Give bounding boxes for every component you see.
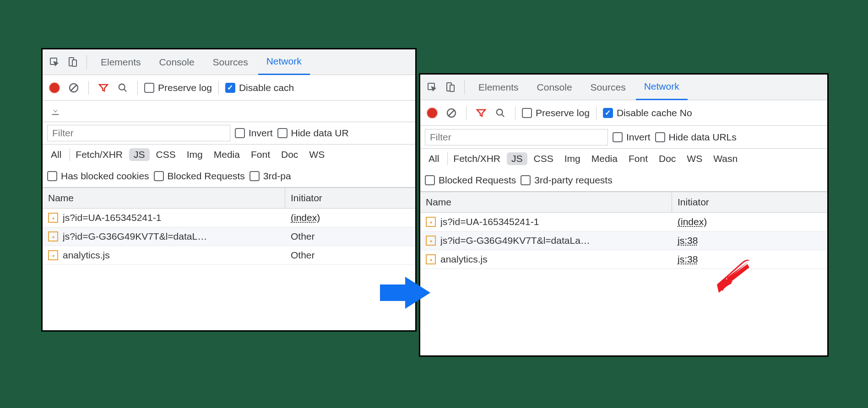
tab-sources[interactable]: Sources xyxy=(205,49,256,75)
chip-doc[interactable]: Doc xyxy=(277,148,303,161)
record-button[interactable] xyxy=(46,80,63,96)
col-name[interactable]: Name xyxy=(43,188,285,208)
col-initiator[interactable]: Initiator xyxy=(285,188,415,208)
chip-wasm[interactable]: Wasn xyxy=(709,152,742,165)
filter-input[interactable] xyxy=(47,125,230,141)
table-row[interactable]: js?id=G-G36G49KV7T&l=dataLa…js:38 xyxy=(420,231,827,250)
record-button[interactable] xyxy=(424,105,440,121)
js-file-icon xyxy=(48,213,58,223)
devtools-tabbar: Elements Console Sources Network xyxy=(43,49,415,75)
network-toolbar: Preserve log Disable cache No xyxy=(420,100,827,126)
chip-font[interactable]: Font xyxy=(624,152,652,165)
tab-sources[interactable]: Sources xyxy=(582,75,634,100)
inspect-element-icon[interactable] xyxy=(46,54,63,70)
hide-data-urls-checkbox[interactable]: Hide data URLs xyxy=(655,132,737,143)
svg-line-6 xyxy=(124,89,127,91)
blocked-requests-checkbox[interactable]: Blocked Requests xyxy=(154,171,245,182)
chip-img[interactable]: Img xyxy=(560,152,585,165)
js-file-icon xyxy=(48,250,58,260)
device-toolbar-icon[interactable] xyxy=(65,54,81,70)
request-name: analytics.js xyxy=(63,250,110,261)
initiator-value[interactable]: (index) xyxy=(678,216,707,227)
table-row[interactable]: js?id=G-G36G49KV7T&l=dataL…Other xyxy=(43,227,415,246)
chip-img[interactable]: Img xyxy=(182,148,207,161)
separator xyxy=(466,106,467,120)
cell-name: js?id=UA-165345241-1 xyxy=(420,213,672,231)
blocked-requests-checkbox[interactable]: Blocked Requests xyxy=(425,175,516,186)
network-table: Name Initiator js?id=UA-165345241-1(inde… xyxy=(43,188,415,265)
third-party-checkbox[interactable]: 3rd-party requests xyxy=(521,175,612,186)
separator xyxy=(596,106,597,120)
tab-elements[interactable]: Elements xyxy=(470,75,527,100)
request-name: js?id=UA-165345241-1 xyxy=(440,216,539,227)
table-row[interactable]: analytics.jsjs:38 xyxy=(420,250,827,269)
clear-icon[interactable] xyxy=(65,80,82,96)
chip-css[interactable]: CSS xyxy=(529,152,558,165)
table-row[interactable]: analytics.jsOther xyxy=(43,246,415,265)
cell-initiator: (index) xyxy=(285,209,415,227)
disable-cache-checkbox[interactable]: Disable cache xyxy=(603,107,677,118)
device-toolbar-icon[interactable] xyxy=(442,79,459,96)
tab-elements[interactable]: Elements xyxy=(92,49,149,75)
cell-initiator: js:38 xyxy=(672,231,827,250)
chip-all[interactable]: All xyxy=(46,148,66,161)
disable-cache-checkbox[interactable]: Disable cach xyxy=(225,82,294,93)
request-name: js?id=G-G36G49KV7T&l=dataLa… xyxy=(440,235,590,246)
download-icon[interactable] xyxy=(47,103,64,119)
request-name: js?id=G-G36G49KV7T&l=dataL… xyxy=(63,231,207,242)
preserve-log-checkbox[interactable]: Preserve log xyxy=(522,107,590,118)
inspect-element-icon[interactable] xyxy=(424,79,440,96)
separator xyxy=(88,81,89,95)
tab-network[interactable]: Network xyxy=(636,75,688,100)
col-initiator[interactable]: Initiator xyxy=(672,192,827,212)
has-blocked-cookies-checkbox[interactable]: Has blocked cookies xyxy=(47,171,149,182)
red-arrow-annotation xyxy=(714,256,755,297)
third-party-checkbox[interactable]: 3rd-pa xyxy=(250,171,291,182)
chip-all[interactable]: All xyxy=(424,152,444,165)
table-row[interactable]: js?id=UA-165345241-1(index) xyxy=(420,213,827,231)
clear-icon[interactable] xyxy=(443,105,460,121)
chip-js[interactable]: JS xyxy=(507,152,527,165)
js-file-icon xyxy=(426,236,436,246)
chip-css[interactable]: CSS xyxy=(152,148,180,161)
tab-network[interactable]: Network xyxy=(258,49,310,75)
invert-checkbox[interactable]: Invert xyxy=(613,132,651,143)
svg-rect-7 xyxy=(52,114,59,115)
initiator-value[interactable]: (index) xyxy=(291,212,320,223)
search-icon[interactable] xyxy=(492,105,509,121)
chip-doc[interactable]: Doc xyxy=(654,152,680,165)
col-name[interactable]: Name xyxy=(420,192,672,212)
cell-initiator: Other xyxy=(285,246,415,264)
preserve-log-checkbox[interactable]: Preserve log xyxy=(144,82,212,93)
separator xyxy=(137,81,138,95)
tab-console[interactable]: Console xyxy=(529,75,580,100)
invert-checkbox[interactable]: Invert xyxy=(235,128,273,139)
filter-input[interactable] xyxy=(425,129,608,145)
table-row[interactable]: js?id=UA-165345241-1(index) xyxy=(43,209,415,227)
initiator-value[interactable]: js:38 xyxy=(678,235,698,246)
initiator-value[interactable]: js:38 xyxy=(678,254,698,265)
chip-js[interactable]: JS xyxy=(129,148,150,161)
extra-options-row: Blocked Requests 3rd-party requests xyxy=(420,169,827,192)
filter-icon[interactable] xyxy=(473,105,489,121)
chip-font[interactable]: Font xyxy=(246,148,275,161)
filter-icon[interactable] xyxy=(95,80,112,96)
js-file-icon xyxy=(426,217,436,227)
search-icon[interactable] xyxy=(114,80,131,96)
hide-data-urls-checkbox[interactable]: Hide data UR xyxy=(277,128,349,139)
chip-ws[interactable]: WS xyxy=(682,152,707,165)
network-table: Name Initiator js?id=UA-165345241-1(inde… xyxy=(420,192,827,269)
cell-initiator: (index) xyxy=(672,213,827,231)
svg-point-13 xyxy=(497,109,503,115)
chip-fetch-xhr[interactable]: Fetch/XHR xyxy=(70,148,127,161)
separator xyxy=(515,106,515,120)
svg-point-5 xyxy=(119,84,125,90)
chip-media[interactable]: Media xyxy=(209,148,244,161)
cell-name: js?id=G-G36G49KV7T&l=dataL… xyxy=(43,227,285,246)
tab-console[interactable]: Console xyxy=(151,49,203,75)
chip-fetch-xhr[interactable]: Fetch/XHR xyxy=(447,152,505,165)
chip-ws[interactable]: WS xyxy=(304,148,329,161)
chip-media[interactable]: Media xyxy=(587,152,622,165)
separator xyxy=(87,55,87,69)
truncated-text: No xyxy=(680,107,692,118)
